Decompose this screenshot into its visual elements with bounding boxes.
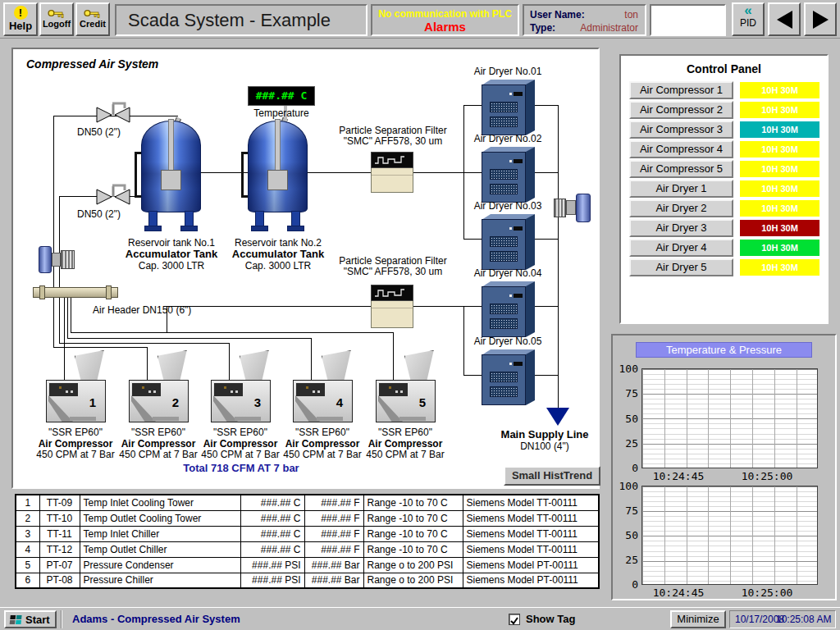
valve2-label: DN50 (2") [77, 208, 121, 220]
sensor-table: 1 TT-09 Temp Inlet Cooling Tower ###.## … [15, 494, 600, 589]
sensor-range: Range -10 to 70 C [363, 495, 463, 510]
sensor-tag: PT-07 [39, 557, 80, 573]
equipment-button[interactable]: Air Compressor 2 [629, 101, 733, 119]
row-number: 1 [16, 495, 39, 510]
equipment-button[interactable]: Air Dryer 2 [629, 199, 733, 217]
air-dryer-label: Air Dryer No.03 [467, 200, 549, 212]
sensor-value-primary: ###.## C [240, 495, 304, 510]
control-row: Air Compressor 4 10H 30M [629, 140, 819, 158]
plc-communication-status: No communication with PLC [372, 8, 518, 20]
reservoir-tank-1 [141, 121, 203, 235]
sensor-table-row: 2 TT-10 Temp Outlet Cooling Tower ###.##… [16, 510, 599, 526]
control-row: Air Dryer 5 10H 30M [629, 258, 819, 276]
help-label: Help [9, 20, 32, 32]
compressor-number: 4 [330, 395, 349, 409]
pressure-transmitter-left [39, 246, 78, 274]
checkbox-checked-icon[interactable] [509, 614, 520, 625]
compressor-intake-funnel [322, 350, 353, 381]
start-button[interactable]: Start [4, 610, 57, 628]
air-header-pipe [33, 285, 118, 299]
row-number: 4 [16, 541, 39, 557]
compressor-capacity: 450 CPM at 7 Bar [360, 450, 450, 461]
sensor-table-row: 1 TT-09 Temp Inlet Cooling Tower ###.## … [16, 495, 599, 510]
sensor-value-primary: ###.## C [240, 526, 304, 541]
arrow-right-icon [813, 11, 829, 29]
alarm-panel[interactable]: No communication with PLC Alarms [371, 4, 519, 36]
particle-filter-1 [371, 152, 413, 193]
previous-page-button[interactable] [768, 2, 801, 36]
filter1-model: "SMC" AFF578, 30 um [326, 136, 460, 147]
credit-button[interactable]: Credit [75, 2, 110, 36]
compressor-number: 3 [248, 395, 267, 409]
show-tag-checkbox[interactable]: Show Tag [509, 613, 575, 625]
sensor-value-secondary: ###.## F [304, 495, 363, 510]
compressor-intake-funnel [75, 350, 106, 381]
air-dryer-label: Air Dryer No.05 [467, 336, 549, 347]
air-dryer-icon [482, 281, 535, 337]
active-window-title[interactable]: Adams - Compressed Air System [72, 613, 240, 625]
minimize-button[interactable]: Minimize [670, 610, 726, 628]
key-icon [84, 7, 102, 19]
user-info-panel: User Name: ton Type: Administrator [523, 4, 646, 36]
taskbar-divider [61, 610, 62, 628]
equipment-button[interactable]: Air Dryer 4 [629, 239, 733, 257]
equipment-button[interactable]: Air Dryer 5 [629, 258, 733, 276]
sensor-range: Range o to 200 PSI [363, 573, 463, 588]
double-chevron-icon: « [733, 4, 763, 17]
control-panel: Control Panel Air Compressor 1 10H 30M A… [619, 54, 829, 324]
valve1-label: DN50 (2") [77, 126, 121, 138]
runtime-status-badge: 10H 30M [740, 161, 819, 177]
diagram-title: Compressed Air System [26, 57, 158, 71]
pid-button[interactable]: « PID [732, 2, 765, 36]
total-capacity-label: Total 718 CFM AT 7 bar [159, 462, 323, 474]
small-histtrend-button[interactable]: Small HistTrend [504, 466, 600, 486]
air-compressor-unit: 2 "SSR EP60" Air Compressor 450 CPM at 7… [113, 350, 203, 465]
user-type-label: Type: [530, 21, 580, 34]
y-tick: 50 [614, 529, 638, 541]
equipment-button[interactable]: Air Compressor 3 [629, 121, 733, 139]
compressor-type: Air Compressor [195, 439, 285, 450]
air-dryer-label: Air Dryer No.02 [467, 133, 549, 144]
compressor-capacity: 450 CPM at 7 Bar [195, 450, 285, 461]
equipment-button[interactable]: Air Compressor 4 [629, 140, 733, 158]
filter-body [371, 301, 413, 328]
sensor-range: Range -10 to 70 C [363, 526, 463, 541]
compressor-model: "SSR EP60" [277, 427, 368, 439]
main-supply-labels: Main Supply Line DN100 (4") [487, 428, 602, 453]
row-number: 2 [16, 510, 39, 526]
x-tick: 10:24:45 [644, 587, 713, 599]
compressor-icon: 3 [211, 380, 271, 422]
next-page-button[interactable] [804, 2, 837, 36]
sensor-model: Siemens Model TT-00111 [463, 526, 599, 541]
equipment-button[interactable]: Air Compressor 1 [629, 81, 733, 99]
equipment-button[interactable]: Air Dryer 3 [629, 219, 733, 237]
time-value: 10:25:08 AM [776, 614, 831, 625]
help-button[interactable]: ! Help [3, 2, 38, 36]
equipment-button[interactable]: Air Dryer 1 [629, 180, 733, 198]
filter2-model: "SMC" AFF578, 30 um [326, 267, 460, 277]
help-icon: ! [14, 6, 28, 20]
sensor-tag: TT-09 [39, 495, 80, 510]
y-tick: 25 [614, 554, 638, 566]
compressor-labels: "SSR EP60" Air Compressor 450 CPM at 7 B… [195, 427, 285, 461]
compressor-number: 2 [166, 395, 185, 409]
control-row: Air Compressor 2 10H 30M [629, 101, 819, 119]
air-dryer-unit: Air Dryer No.03 [467, 200, 549, 274]
filter-display [371, 152, 413, 168]
header-bar: ! Help Logoff Credit Scada System - Exam… [0, 0, 840, 39]
sensor-tag: PT-08 [39, 573, 80, 588]
air-dryer-icon [482, 147, 535, 203]
air-header-label: Air Header DN150 (6") [93, 304, 191, 316]
equipment-button[interactable]: Air Compressor 5 [629, 160, 733, 178]
trend-chart-upper [641, 368, 818, 468]
logoff-button[interactable]: Logoff [39, 2, 74, 36]
tank-internal-pipe [168, 119, 174, 173]
temperature-digital-display: ###.## C [248, 86, 315, 106]
tank2-type: Accumulator Tank [231, 249, 325, 260]
credit-label: Credit [80, 19, 106, 29]
sensor-value-primary: ###.## PSI [240, 573, 304, 588]
sensor-model: Siemens Model PT-00111 [463, 573, 599, 588]
compressor-labels: "SSR EP60" Air Compressor 450 CPM at 7 B… [113, 427, 203, 461]
compressor-labels: "SSR EP60" Air Compressor 450 CPM at 7 B… [360, 427, 450, 461]
y-tick: 0 [614, 578, 638, 591]
